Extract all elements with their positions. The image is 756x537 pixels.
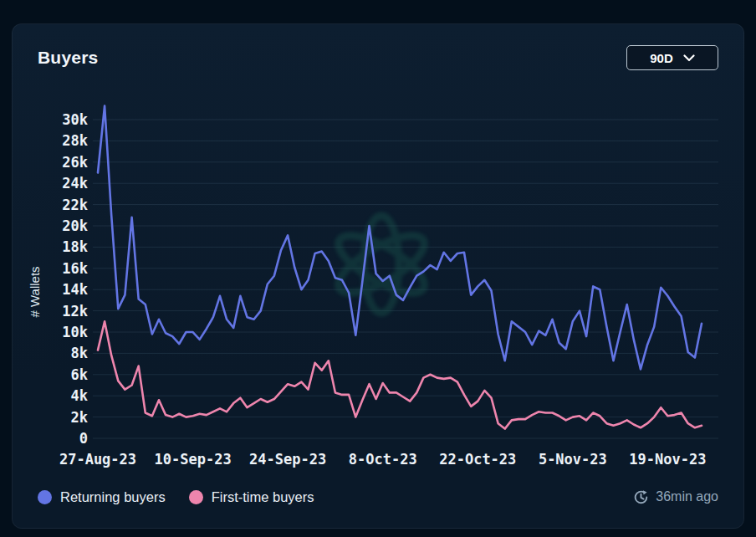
legend-item-returning-buyers[interactable]: Returning buyers (38, 489, 166, 505)
y-tick-label: 18k (62, 238, 88, 255)
y-tick-label: 16k (62, 260, 88, 277)
y-tick-label: 6k (71, 366, 88, 383)
y-tick-label: 26k (62, 154, 88, 171)
gridlines (93, 120, 718, 438)
x-tick-label: 8-Oct-23 (349, 451, 417, 468)
x-tick-label: 19-Nov-23 (629, 451, 706, 468)
x-tick-label: 24-Sep-23 (249, 451, 326, 468)
y-tick-label: 28k (62, 132, 88, 149)
y-tick-label: 30k (62, 111, 88, 128)
y-tick-label: 22k (62, 197, 88, 213)
y-tick-label: 10k (62, 324, 88, 340)
range-selector-value: 90D (650, 51, 673, 65)
legend-item-first-time-buyers[interactable]: First-time buyers (189, 489, 314, 505)
y-axis-label: # Wallets (28, 266, 42, 317)
legend-row: Returning buyers First-time buyers 36min… (38, 484, 718, 509)
last-updated: 36min ago (633, 489, 718, 505)
legend-label: First-time buyers (212, 489, 314, 505)
buyers-chart: 02k4k6k8k10k12k14k16k18k20k22k24k26k28k3… (26, 93, 737, 473)
buyers-card: Buyers 90D (12, 23, 744, 529)
y-tick-label: 0 (79, 430, 88, 447)
line-first-time-buyers (98, 321, 702, 428)
y-tick-label: 24k (62, 175, 88, 192)
y-tick-label: 2k (71, 409, 88, 426)
chart-area: 02k4k6k8k10k12k14k16k18k20k22k24k26k28k3… (26, 93, 737, 473)
x-tick-label: 5-Nov-23 (539, 451, 607, 468)
history-clock-icon (633, 489, 649, 505)
y-tick-label: 14k (62, 281, 88, 298)
y-tick-label: 20k (62, 217, 88, 234)
x-tick-label: 10-Sep-23 (155, 451, 232, 468)
y-tick-label: 12k (62, 303, 88, 320)
legend-dot (189, 490, 203, 504)
logo-watermark (330, 216, 432, 313)
card-header: Buyers 90D (38, 44, 718, 71)
legend-label: Returning buyers (60, 489, 166, 505)
y-tick-label: 8k (71, 345, 88, 361)
legend-dot (38, 490, 52, 504)
range-selector[interactable]: 90D (626, 45, 718, 70)
x-tick-label: 22-Oct-23 (439, 451, 516, 468)
x-tick-label: 27-Aug-23 (59, 451, 136, 468)
page: Buyers 90D (0, 0, 756, 537)
card-title: Buyers (38, 48, 98, 68)
last-updated-text: 36min ago (656, 489, 718, 504)
y-tick-label: 4k (71, 387, 88, 404)
legend: Returning buyers First-time buyers (38, 489, 314, 505)
chevron-down-icon (683, 54, 695, 62)
